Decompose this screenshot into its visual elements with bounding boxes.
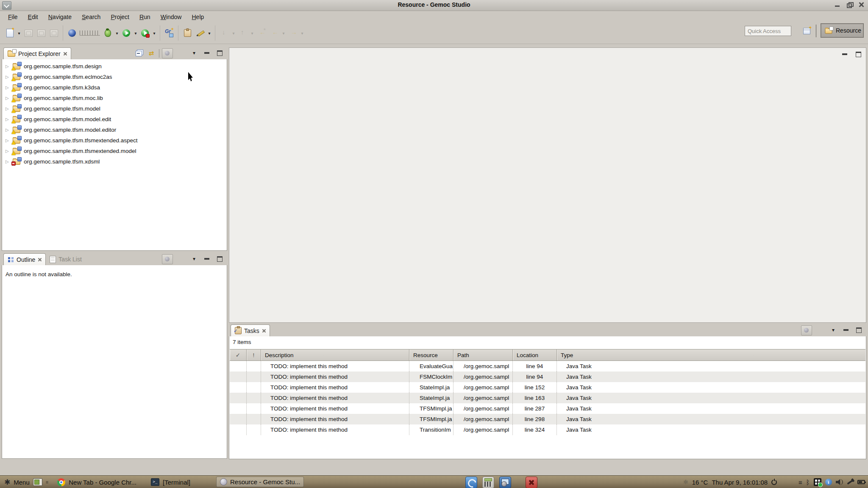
maximize-editor-button[interactable] [853,50,863,59]
restore-button[interactable] [846,2,853,8]
minimize-panel-button[interactable] [841,325,851,335]
workspace-pager-icon[interactable] [33,478,42,486]
run-button[interactable] [120,26,133,40]
maximize-panel-button[interactable] [214,254,225,263]
view-image-button[interactable] [162,48,173,58]
expand-arrow-icon[interactable] [6,117,10,122]
column-header-check[interactable]: ✓ [230,349,247,360]
check-cell[interactable] [230,414,247,424]
table-row[interactable]: TODO: implement this methodEvaluateGua/o… [230,361,865,372]
debug-button[interactable] [101,26,114,40]
new-wizard-button[interactable] [3,26,16,40]
chrome-icon[interactable] [57,478,65,486]
column-header-resource[interactable]: Resource [409,349,453,360]
taskbar-window-gemoc[interactable]: Resource - Gemoc Stu... [216,477,304,487]
external-tools-button[interactable] [139,26,151,40]
table-row[interactable]: TODO: implement this methodTFSMImpl.ja/o… [230,403,865,414]
column-header-priority[interactable]: ! [247,349,261,360]
expand-arrow-icon[interactable] [6,96,10,100]
bluetooth-icon[interactable]: ᛒ [806,479,810,486]
new-gemoc-project-button[interactable]: Gr [163,26,175,40]
tree-item[interactable]: org.gemoc.sample.tfsm.moc.lib [3,93,226,103]
tree-item[interactable]: org.gemoc.sample.tfsm.tfsmextended.aspec… [3,135,226,146]
battery-icon[interactable] [857,480,865,484]
sync-check-icon[interactable] [814,478,821,486]
column-header-location[interactable]: Location [513,349,557,360]
menu-run[interactable]: Run [135,12,155,22]
close-icon[interactable] [262,329,266,333]
close-icon[interactable] [38,258,42,261]
quick-access-input[interactable] [745,26,791,36]
tree-item[interactable]: org.gemoc.sample.tfsm.model.edit [3,114,226,125]
check-cell[interactable] [230,382,247,393]
plug-icon[interactable] [847,480,853,485]
maximize-panel-button[interactable] [214,48,225,58]
tree-item[interactable]: org.gemoc.sample.tfsm.model [3,103,226,114]
menu-search[interactable]: Search [77,12,105,22]
clock-label[interactable]: Thu Apr 9, 16:01:08 [712,479,768,486]
table-row[interactable]: TODO: implement this methodFSMClockIm/or… [230,372,865,382]
expand-arrow-icon[interactable] [6,85,10,90]
view-image-button[interactable] [801,325,812,336]
menu-window[interactable]: Window [156,12,186,22]
menu-lines-icon[interactable]: ≡ [798,479,802,486]
maximize-panel-button[interactable] [854,325,864,335]
mark-element-dropdown[interactable]: ▾ [206,26,212,40]
check-cell[interactable] [230,393,247,403]
minimize-panel-button[interactable] [202,254,212,263]
view-menu-button[interactable] [189,48,199,58]
mark-element-button[interactable] [194,26,206,40]
table-row[interactable]: TODO: implement this methodStateImpl.ja/… [230,382,865,393]
open-perspective-button[interactable] [800,25,813,37]
column-header-path[interactable]: Path [453,349,513,360]
close-icon[interactable] [63,52,67,55]
minimize-editor-button[interactable] [840,50,850,59]
expand-arrow-icon[interactable] [6,64,10,69]
menu-navigate[interactable]: Navigate [44,12,76,22]
new-wizard-dropdown[interactable]: ▾ [16,26,22,40]
editor-area[interactable] [229,47,866,323]
menu-help[interactable]: Help [187,12,209,22]
view-image-button[interactable] [162,254,173,264]
taskbar-menu-button[interactable]: Menu [14,479,30,486]
list-icon[interactable]: ≡ [46,480,48,485]
swirl-launcher-icon[interactable] [465,477,477,488]
menu-project[interactable]: Project [106,12,134,22]
tree-item[interactable]: org.gemoc.sample.tfsm.xdsml [3,156,226,167]
column-header-type[interactable]: Type [557,349,865,360]
minimize-button[interactable] [834,2,841,8]
system-monitor-launcher-icon[interactable] [499,477,511,488]
tab-tasks[interactable]: Tasks [231,324,270,336]
debug-dropdown[interactable]: ▾ [114,26,120,40]
security-shield-icon[interactable]: i [825,479,832,485]
tree-item[interactable]: org.gemoc.sample.tfsm.eclmoc2as [3,72,226,82]
tab-outline[interactable]: Outline [3,253,46,265]
table-row[interactable]: TODO: implement this methodStateImpl.ja/… [230,393,865,403]
terminal-icon[interactable]: >_ [151,478,159,486]
taskbar-window-terminal[interactable]: [Terminal] [163,479,190,486]
menu-edit[interactable]: Edit [23,12,43,22]
expand-arrow-icon[interactable] [6,128,10,132]
tab-task-list[interactable]: Task List [46,253,85,265]
expand-arrow-icon[interactable] [6,159,10,164]
animation-delay-slider[interactable] [78,26,101,40]
close-button[interactable] [858,2,865,8]
tree-item[interactable]: org.gemoc.sample.tfsm.design [3,61,226,72]
table-row[interactable]: TODO: implement this methodTransitionIm/… [230,424,865,435]
perspective-resource-button[interactable]: Resource [821,23,864,38]
expand-arrow-icon[interactable] [6,149,10,153]
column-header-description[interactable]: Description [261,349,409,360]
table-row[interactable]: TODO: implement this methodTFSMImpl.ja/o… [230,414,865,424]
external-tools-dropdown[interactable]: ▾ [151,26,157,40]
check-cell[interactable] [230,403,247,414]
calculator-launcher-icon[interactable] [482,477,494,488]
engine-button[interactable] [66,26,78,40]
expand-arrow-icon[interactable] [6,106,10,111]
tree-item[interactable]: org.gemoc.sample.tfsm.k3dsa [3,82,226,93]
build-tool-launcher-icon[interactable] [526,477,537,488]
view-menu-button[interactable] [189,254,199,263]
tree-item[interactable]: org.gemoc.sample.tfsm.model.editor [3,125,226,135]
run-dropdown[interactable]: ▾ [133,26,139,40]
view-menu-button[interactable] [828,325,838,335]
check-cell[interactable] [230,361,247,372]
